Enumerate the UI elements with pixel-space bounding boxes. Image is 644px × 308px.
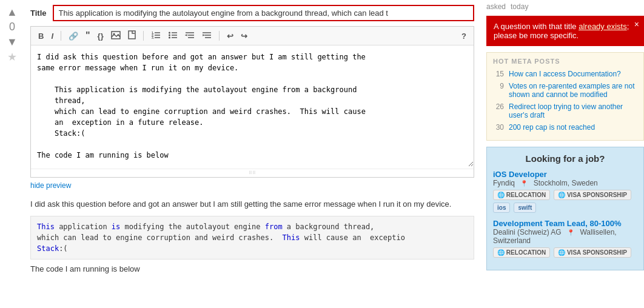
vote-up-button[interactable]: ▲ xyxy=(4,6,20,18)
svg-point-14 xyxy=(169,36,170,38)
job-company-name-2: Dealini (Schweiz) AG xyxy=(493,228,562,236)
code-is: is xyxy=(112,223,120,231)
hot-meta-num-3: 26 xyxy=(493,102,504,119)
alert-message-before: A question with that title xyxy=(494,22,579,31)
alert-already-exists-link[interactable]: already exists xyxy=(579,22,626,31)
duplicate-alert: × A question with that title already exi… xyxy=(486,16,644,46)
hot-meta-title: HOT META POSTS xyxy=(493,58,637,65)
globe-icon-3: 🌐 xyxy=(497,249,505,256)
hot-meta-num-2: 9 xyxy=(493,82,504,99)
preview-code-block: This application is modifying the autola… xyxy=(30,216,474,259)
editor-container: B I 🔗 " {} 1.2.3. xyxy=(30,26,474,178)
code-button[interactable]: {} xyxy=(95,30,106,42)
preview-para1: I did ask this question before and got a… xyxy=(30,198,474,211)
file-button[interactable] xyxy=(126,29,138,42)
ordered-list-button[interactable]: 1.2.3. xyxy=(149,30,163,42)
hot-meta-section: HOT META POSTS 15 How can I access Docum… xyxy=(486,52,644,141)
hot-meta-item-1: 15 How can I access Documentation? xyxy=(493,70,637,78)
hot-meta-link-3[interactable]: Redirect loop trying to view another use… xyxy=(509,102,637,119)
globe-icon-4: 🌐 xyxy=(558,249,565,256)
image-button[interactable] xyxy=(109,30,123,42)
pin-icon-2: 📍 xyxy=(567,229,574,236)
main-content: Title B I 🔗 " {} 1.2.3. xyxy=(24,0,480,308)
vote-count: 0 xyxy=(9,21,15,33)
hot-meta-num-1: 15 xyxy=(493,70,504,78)
title-input[interactable] xyxy=(53,5,475,21)
hot-meta-link-4[interactable]: 200 rep cap is not reached xyxy=(509,123,595,132)
globe-icon-1: 🌐 xyxy=(497,192,505,198)
job-company-name-1: Fyndiq xyxy=(493,179,515,187)
undo-button[interactable]: ↩ xyxy=(224,30,236,42)
alert-close-button[interactable]: × xyxy=(634,19,639,29)
job-company-2: Dealini (Schweiz) AG 📍 Wallisellen, Swit… xyxy=(493,228,637,245)
job-item-2: Development Team Lead, 80-100% Dealini (… xyxy=(493,219,637,258)
hot-meta-link-2[interactable]: Votes on re-parented examples are not sh… xyxy=(509,82,637,99)
tag-visa-2: 🌐 VISA SPONSORSHIP xyxy=(554,247,631,258)
toolbar-sep-3 xyxy=(219,31,220,41)
code-this-2: This xyxy=(283,233,300,242)
jobs-title: Looking for a job? xyxy=(493,153,637,164)
hot-meta-link-1[interactable]: How can I access Documentation? xyxy=(509,70,621,78)
hot-meta-item-2: 9 Votes on re-parented examples are not … xyxy=(493,82,637,99)
code-stack: Stack xyxy=(37,244,59,253)
pin-icon-1: 📍 xyxy=(520,180,528,187)
hide-preview-link[interactable]: hide preview xyxy=(30,181,71,190)
job-tags-2: 🌐 RELOCATION 🌐 VISA SPONSORSHIP xyxy=(493,247,637,258)
hot-meta-item-4: 30 200 rep cap is not reached xyxy=(493,123,637,132)
toolbar-sep-1 xyxy=(61,31,61,41)
tag-relocation-1: 🌐 RELOCATION xyxy=(493,190,550,200)
vote-column: ▲ 0 ▼ ★ xyxy=(0,0,24,308)
tag-ios: ios xyxy=(493,203,510,213)
code-from: from xyxy=(265,223,283,231)
link-button[interactable]: 🔗 xyxy=(66,30,81,42)
quote-button[interactable]: " xyxy=(83,29,93,42)
sidebar: asked today × A question with that title… xyxy=(480,0,644,308)
svg-text:3.: 3. xyxy=(152,36,155,39)
asked-row: asked today xyxy=(486,0,644,16)
tag-swift: swift xyxy=(514,203,536,213)
hot-meta-num-4: 30 xyxy=(493,123,504,132)
job-name-1[interactable]: iOS Developer xyxy=(493,170,637,179)
code-this-1: This xyxy=(37,223,55,231)
italic-button[interactable]: I xyxy=(49,30,56,42)
hot-meta-item-3: 26 Redirect loop trying to view another … xyxy=(493,102,637,119)
indent-decrease-button[interactable] xyxy=(183,30,197,42)
asked-value: today xyxy=(511,2,528,11)
job-name-2[interactable]: Development Team Lead, 80-100% xyxy=(493,219,637,228)
vote-down-button[interactable]: ▼ xyxy=(4,36,20,48)
title-row: Title xyxy=(30,5,474,21)
asked-label: asked xyxy=(486,2,506,11)
tag-visa-1: 🌐 VISA SPONSORSHIP xyxy=(554,190,631,200)
preview-para2: The code I am running is below xyxy=(30,264,474,273)
indent-increase-button[interactable] xyxy=(200,30,214,42)
redo-button[interactable]: ↪ xyxy=(238,30,250,42)
tag-relocation-2: 🌐 RELOCATION xyxy=(493,247,550,258)
job-tags-1: 🌐 RELOCATION 🌐 VISA SPONSORSHIP xyxy=(493,190,637,200)
job-item-1: iOS Developer Fyndiq 📍 Stockholm, Sweden… xyxy=(493,170,637,213)
job-company-1: Fyndiq 📍 Stockholm, Sweden xyxy=(493,179,637,187)
editor-toolbar: B I 🔗 " {} 1.2.3. xyxy=(31,27,474,45)
toolbar-sep-2 xyxy=(143,31,144,41)
globe-icon-2: 🌐 xyxy=(558,192,565,198)
job-tech-tags-1: ios swift xyxy=(493,203,637,213)
resize-handle[interactable]: ⠿⠿ xyxy=(31,169,474,177)
job-location-1: Stockholm, Sweden xyxy=(534,179,598,187)
svg-point-13 xyxy=(169,34,170,36)
jobs-section: Looking for a job? iOS Developer Fyndiq … xyxy=(486,147,644,270)
unordered-list-button[interactable] xyxy=(166,30,180,42)
bold-button[interactable]: B xyxy=(36,30,46,42)
title-label: Title xyxy=(30,8,47,18)
editor-textarea[interactable]: I did ask this question before and got a… xyxy=(31,45,474,167)
favorite-star[interactable]: ★ xyxy=(7,50,17,64)
svg-point-12 xyxy=(169,32,170,33)
help-button[interactable]: ? xyxy=(459,30,469,42)
